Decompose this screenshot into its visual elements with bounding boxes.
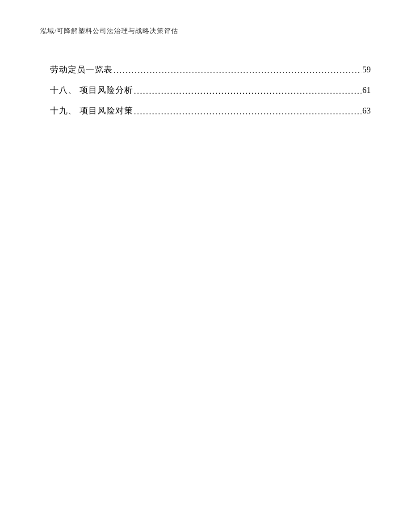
toc-page-number: 59 <box>362 62 371 77</box>
toc-entry: 劳动定员一览表 59 <box>50 62 371 77</box>
toc-dots <box>134 104 361 119</box>
toc-page-number: 63 <box>362 103 371 118</box>
toc-dots <box>113 63 361 78</box>
toc-label: 劳动定员一览表 <box>50 62 113 77</box>
page-header: 泓域/可降解塑料公司法治理与战略决策评估 <box>40 27 371 35</box>
toc-label: 十九、 项目风险对策 <box>50 103 133 118</box>
toc-label: 十八、 项目风险分析 <box>50 83 133 98</box>
toc-entry: 十九、 项目风险对策 63 <box>50 103 371 118</box>
toc-page-number: 61 <box>362 83 371 98</box>
document-page: 泓域/可降解塑料公司法治理与战略决策评估 劳动定员一览表 59 十八、 项目风险… <box>0 0 411 532</box>
toc-entry: 十八、 项目风险分析 61 <box>50 83 371 98</box>
toc-dots <box>134 84 361 99</box>
toc-list: 劳动定员一览表 59 十八、 项目风险分析 61 十九、 项目风险对策 63 <box>40 62 371 119</box>
